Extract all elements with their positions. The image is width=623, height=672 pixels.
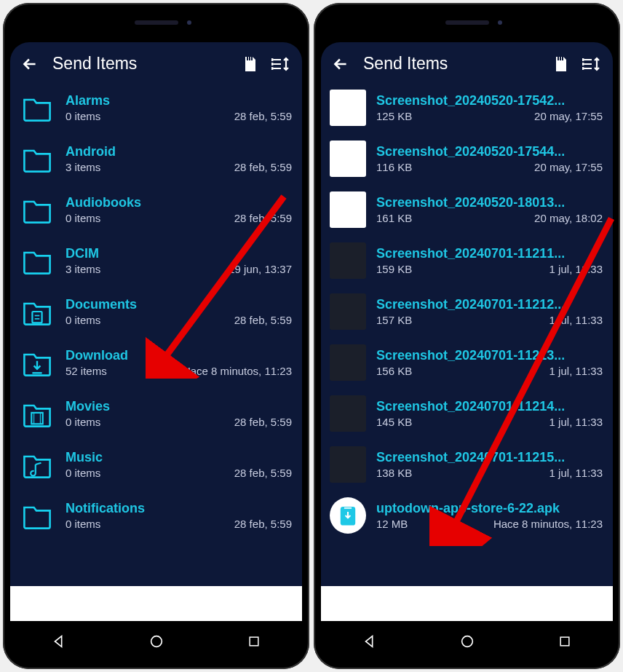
- svg-point-18: [582, 59, 584, 60]
- item-name: DCIM: [66, 246, 292, 261]
- item-sub: 3 items: [66, 263, 100, 275]
- list-item[interactable]: Screenshot_20240701-11213... 156 KB 1 ju…: [321, 337, 613, 388]
- item-name: uptodown-app-store-6-22.apk: [376, 501, 603, 516]
- nav-back-icon[interactable]: [51, 633, 67, 649]
- folder-icon: [19, 191, 55, 228]
- list-item[interactable]: Screenshot_20240701-11212... 157 KB 1 ju…: [321, 286, 613, 337]
- folder-icon: [19, 242, 55, 279]
- item-size: 125 KB: [376, 110, 412, 122]
- item-name: Screenshot_20240701-11215...: [376, 450, 603, 465]
- item-size: 156 KB: [376, 365, 412, 377]
- item-date: Hace 8 minutos, 11:23: [493, 518, 603, 530]
- item-date: 28 feb, 5:59: [234, 212, 292, 224]
- nav-recent-icon[interactable]: [247, 634, 261, 649]
- item-name: Screenshot_20240520-17542...: [376, 93, 603, 108]
- back-icon[interactable]: [20, 55, 39, 74]
- nav-recent-icon[interactable]: [557, 634, 572, 649]
- item-size: 161 KB: [376, 212, 412, 224]
- item-info: Screenshot_20240520-17542... 125 KB 20 m…: [376, 93, 603, 122]
- item-date: 19 jun, 13:37: [229, 263, 292, 275]
- item-date: 28 feb, 5:59: [234, 467, 292, 479]
- item-info: Screenshot_20240701-11211... 159 KB 1 ju…: [376, 246, 603, 275]
- list-item[interactable]: Screenshot_20240520-18013... 161 KB 20 m…: [321, 184, 613, 235]
- nav-home-icon[interactable]: [459, 633, 475, 649]
- sd-card-icon[interactable]: [241, 55, 258, 74]
- item-date: 20 may, 17:55: [534, 110, 603, 122]
- item-date: 28 feb, 5:59: [234, 314, 292, 326]
- list-item[interactable]: Screenshot_20240701-11211... 159 KB 1 ju…: [321, 235, 613, 286]
- app-bar: Send Items: [10, 42, 302, 82]
- list-item[interactable]: DCIM 3 items 19 jun, 13:37: [10, 235, 302, 286]
- item-sub: 52 items: [66, 365, 107, 377]
- nav-home-icon[interactable]: [148, 633, 164, 649]
- screen-right: Send Items Screenshot_20240520-17542... …: [321, 42, 613, 621]
- list-item[interactable]: Screenshot_20240520-17542... 125 KB 20 m…: [321, 82, 613, 133]
- svg-rect-16: [560, 57, 561, 60]
- svg-rect-23: [560, 637, 569, 646]
- item-name: Movies: [66, 399, 292, 414]
- svg-point-3: [271, 59, 273, 60]
- item-info: DCIM 3 items 19 jun, 13:37: [66, 246, 292, 275]
- folder-doc-icon: [19, 293, 55, 330]
- sort-icon[interactable]: [582, 55, 603, 73]
- item-info: Screenshot_20240701-11213... 156 KB 1 ju…: [376, 348, 603, 377]
- item-date: 28 feb, 5:59: [234, 416, 292, 428]
- thumbnail: [330, 446, 366, 483]
- item-size: 12 MB: [376, 518, 408, 530]
- thumbnail: [330, 242, 366, 279]
- item-info: Movies 0 items 28 feb, 5:59: [66, 399, 292, 428]
- item-name: Screenshot_20240520-18013...: [376, 195, 603, 210]
- list-item[interactable]: Notifications 0 items 28 feb, 5:59: [10, 490, 302, 541]
- folder-music-icon: [19, 446, 55, 483]
- item-info: Music 0 items 28 feb, 5:59: [66, 450, 292, 479]
- svg-rect-14: [250, 637, 258, 646]
- nav-back-icon[interactable]: [362, 633, 378, 649]
- item-date: 28 feb, 5:59: [234, 110, 292, 122]
- item-info: Screenshot_20240520-17544... 116 KB 20 m…: [376, 144, 603, 173]
- phone-left: Send Items Alarms 0 items 28 feb, 5:59 A…: [3, 3, 309, 669]
- folder-list[interactable]: Alarms 0 items 28 feb, 5:59 Android 3 it…: [10, 82, 302, 586]
- item-name: Documents: [66, 297, 292, 312]
- back-icon[interactable]: [331, 55, 350, 74]
- item-name: Notifications: [66, 501, 292, 516]
- item-sub: 0 items: [66, 314, 100, 326]
- item-date: 1 jul, 11:33: [549, 314, 603, 326]
- sd-card-icon[interactable]: [552, 55, 569, 74]
- list-item[interactable]: Screenshot_20240701-11215... 138 KB 1 ju…: [321, 439, 613, 490]
- android-nav-bar: [321, 621, 613, 662]
- item-size: 138 KB: [376, 467, 412, 479]
- list-item[interactable]: Screenshot_20240701-11214... 145 KB 1 ju…: [321, 388, 613, 439]
- list-item[interactable]: Movies 0 items 28 feb, 5:59: [10, 388, 302, 439]
- item-name: Screenshot_20240520-17544...: [376, 144, 603, 159]
- item-info: Download 52 items Hace 8 minutos, 11:23: [66, 348, 292, 377]
- folder-download-icon: [19, 344, 55, 381]
- list-item[interactable]: Download 52 items Hace 8 minutos, 11:23: [10, 337, 302, 388]
- item-name: Screenshot_20240701-11211...: [376, 246, 603, 261]
- item-size: 157 KB: [376, 314, 412, 326]
- item-info: Screenshot_20240520-18013... 161 KB 20 m…: [376, 195, 603, 224]
- item-size: 145 KB: [376, 416, 412, 428]
- list-item[interactable]: Music 0 items 28 feb, 5:59: [10, 439, 302, 490]
- item-info: Screenshot_20240701-11214... 145 KB 1 ju…: [376, 399, 603, 428]
- item-name: Audiobooks: [66, 195, 292, 210]
- item-sub: 0 items: [66, 467, 100, 479]
- item-info: Audiobooks 0 items 28 feb, 5:59: [66, 195, 292, 224]
- svg-point-20: [582, 68, 584, 69]
- sort-icon[interactable]: [271, 55, 292, 73]
- item-sub: 0 items: [66, 518, 100, 530]
- item-name: Screenshot_20240701-11212...: [376, 297, 603, 312]
- list-item[interactable]: Documents 0 items 28 feb, 5:59: [10, 286, 302, 337]
- thumbnail: [330, 293, 366, 330]
- list-item[interactable]: uptodown-app-store-6-22.apk 12 MB Hace 8…: [321, 490, 613, 541]
- svg-rect-6: [32, 312, 41, 323]
- list-item[interactable]: Screenshot_20240520-17544... 116 KB 20 m…: [321, 133, 613, 184]
- list-item[interactable]: Alarms 0 items 28 feb, 5:59: [10, 82, 302, 133]
- item-name: Download: [66, 348, 292, 363]
- thumbnail: [330, 141, 366, 177]
- svg-rect-10: [31, 413, 42, 424]
- file-list[interactable]: Screenshot_20240520-17542... 125 KB 20 m…: [321, 82, 613, 586]
- item-date: 1 jul, 11:33: [549, 467, 603, 479]
- list-item[interactable]: Audiobooks 0 items 28 feb, 5:59: [10, 184, 302, 235]
- list-item[interactable]: Android 3 items 28 feb, 5:59: [10, 133, 302, 184]
- item-date: 1 jul, 11:33: [549, 263, 603, 275]
